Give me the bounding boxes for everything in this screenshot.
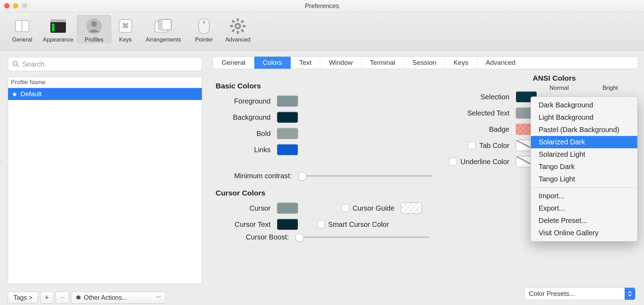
bold-label: Bold bbox=[214, 130, 271, 138]
background-label: Background bbox=[214, 113, 271, 122]
preset-item[interactable]: Light Background bbox=[531, 111, 637, 124]
tab-colors[interactable]: Colors bbox=[254, 57, 291, 69]
tab-color-label: Tab Color bbox=[479, 142, 509, 150]
cursor-guide-swatch[interactable] bbox=[401, 203, 422, 214]
svg-rect-13 bbox=[203, 20, 205, 24]
cursor-text-swatch[interactable] bbox=[277, 219, 298, 230]
badge-label: Badge bbox=[407, 125, 509, 133]
toolbar-pointer[interactable]: Pointer bbox=[189, 15, 219, 43]
min-contrast-slider[interactable] bbox=[298, 175, 432, 177]
preset-item[interactable]: Dark Background bbox=[531, 99, 637, 111]
cursor-boost-slider[interactable] bbox=[295, 236, 429, 238]
preset-delete[interactable]: Delete Preset... bbox=[531, 214, 637, 227]
underline-color-label: Underline Color bbox=[460, 158, 509, 166]
close-icon[interactable] bbox=[4, 3, 10, 8]
preset-import[interactable]: Import... bbox=[531, 190, 637, 202]
zoom-icon[interactable] bbox=[22, 3, 27, 8]
ansi-bright-label: Bright bbox=[602, 85, 618, 92]
links-swatch[interactable] bbox=[277, 144, 298, 155]
smart-cursor-checkbox[interactable] bbox=[317, 220, 325, 228]
content: Profile Name ★ Default Tags > + − ✱ Othe… bbox=[0, 51, 644, 305]
profile-list: Profile Name ★ Default bbox=[8, 77, 202, 284]
svg-rect-3 bbox=[50, 19, 66, 22]
tab-terminal[interactable]: Terminal bbox=[361, 57, 404, 69]
toolbar-label: Appearance bbox=[43, 37, 73, 43]
toolbar: General Appearance Profiles ⌘ Keys Arran… bbox=[0, 12, 644, 51]
preset-export[interactable]: Export... bbox=[531, 202, 637, 214]
toolbar-label: General bbox=[12, 37, 32, 43]
toolbar-keys[interactable]: ⌘ Keys bbox=[113, 15, 138, 43]
add-button[interactable]: + bbox=[40, 292, 54, 304]
preset-item-selected[interactable]: Solarized Dark bbox=[531, 136, 637, 148]
basic-colors-title: Basic Colors bbox=[216, 82, 404, 90]
bold-swatch[interactable] bbox=[277, 128, 298, 139]
command-key-icon: ⌘ bbox=[116, 16, 135, 36]
cursor-guide-label: Cursor Guide bbox=[353, 204, 395, 212]
tab-advanced[interactable]: Advanced bbox=[477, 57, 524, 69]
star-icon: ★ bbox=[12, 90, 18, 98]
profile-list-header: Profile Name bbox=[8, 77, 202, 88]
ansi-title: ANSI Colors bbox=[533, 74, 635, 82]
ansi-colors: ANSI Colors Normal Bright bbox=[533, 74, 635, 92]
tab-color-checkbox[interactable] bbox=[468, 142, 476, 149]
drag-handle-icon[interactable] bbox=[0, 160, 1, 163]
arrangements-icon bbox=[154, 16, 173, 36]
toolbar-profiles[interactable]: Profiles bbox=[77, 15, 111, 43]
sidebar-bottom-bar: Tags > + − ✱ Other Actions... ﹀ bbox=[8, 292, 202, 304]
window-title: Preferences bbox=[0, 2, 644, 10]
search-input[interactable] bbox=[21, 60, 198, 69]
gear-icon bbox=[228, 16, 248, 36]
svg-line-20 bbox=[241, 30, 243, 32]
preset-gallery[interactable]: Visit Online Gallery bbox=[531, 227, 637, 239]
list-item[interactable]: ★ Default bbox=[8, 88, 202, 100]
preset-item[interactable]: Pastel (Dark Background) bbox=[531, 124, 637, 136]
toolbar-general[interactable]: General bbox=[5, 15, 39, 43]
min-contrast-label: Minimum contrast: bbox=[217, 172, 292, 180]
slider-thumb-icon[interactable] bbox=[298, 172, 306, 181]
svg-point-23 bbox=[236, 25, 239, 27]
tab-session[interactable]: Session bbox=[404, 57, 445, 69]
cursor-guide-checkbox[interactable] bbox=[341, 204, 349, 212]
svg-point-6 bbox=[91, 21, 97, 27]
sidebar: Profile Name ★ Default Tags > + − ✱ Othe… bbox=[0, 51, 210, 305]
tags-button[interactable]: Tags > bbox=[8, 292, 38, 304]
foreground-swatch[interactable] bbox=[277, 95, 298, 107]
tab-window[interactable]: Window bbox=[320, 57, 361, 69]
remove-button[interactable]: − bbox=[56, 292, 69, 304]
other-actions-label: Other Actions... bbox=[84, 294, 127, 301]
other-actions-button[interactable]: ✱ Other Actions... ﹀ bbox=[71, 292, 166, 304]
slider-thumb-icon[interactable] bbox=[295, 234, 304, 242]
color-presets-button[interactable]: Color Presets... bbox=[524, 287, 636, 300]
mouse-icon bbox=[194, 16, 214, 36]
search-field[interactable] bbox=[8, 57, 202, 71]
svg-rect-4 bbox=[52, 24, 55, 31]
profile-tabs: General Colors Text Window Terminal Sess… bbox=[213, 56, 638, 69]
toolbar-appearance[interactable]: Appearance bbox=[41, 15, 75, 43]
toolbar-label: Advanced bbox=[225, 37, 250, 43]
tab-text[interactable]: Text bbox=[291, 57, 321, 69]
toolbar-label: Profiles bbox=[85, 37, 103, 43]
foreground-label: Foreground bbox=[214, 97, 271, 105]
color-presets-menu: Dark Background Light Background Pastel … bbox=[531, 97, 638, 242]
toolbar-label: Pointer bbox=[195, 37, 213, 43]
toolbar-advanced[interactable]: Advanced bbox=[221, 15, 255, 43]
selected-text-label: Selected Text bbox=[407, 109, 509, 117]
cursor-colors-section: Cursor Colors Cursor Cursor Text Cursor … bbox=[214, 181, 440, 241]
preset-item[interactable]: Tango Light bbox=[531, 173, 637, 185]
preset-item[interactable]: Solarized Light bbox=[531, 148, 637, 161]
svg-line-21 bbox=[241, 20, 243, 23]
toolbar-label: Keys bbox=[119, 37, 132, 43]
cursor-swatch[interactable] bbox=[277, 203, 298, 214]
toolbar-arrangements[interactable]: Arrangements bbox=[140, 15, 187, 43]
underline-color-checkbox[interactable] bbox=[449, 158, 457, 166]
background-swatch[interactable] bbox=[277, 112, 298, 123]
svg-text:⌘: ⌘ bbox=[122, 22, 129, 30]
profile-detail: General Colors Text Window Terminal Sess… bbox=[210, 51, 644, 305]
tab-keys[interactable]: Keys bbox=[445, 57, 477, 69]
tab-general[interactable]: General bbox=[213, 57, 254, 69]
preset-item[interactable]: Tango Dark bbox=[531, 161, 637, 173]
window-icon bbox=[12, 16, 32, 36]
svg-rect-11 bbox=[159, 19, 163, 30]
color-presets-label: Color Presets... bbox=[529, 290, 575, 298]
minimize-icon[interactable] bbox=[13, 3, 18, 8]
